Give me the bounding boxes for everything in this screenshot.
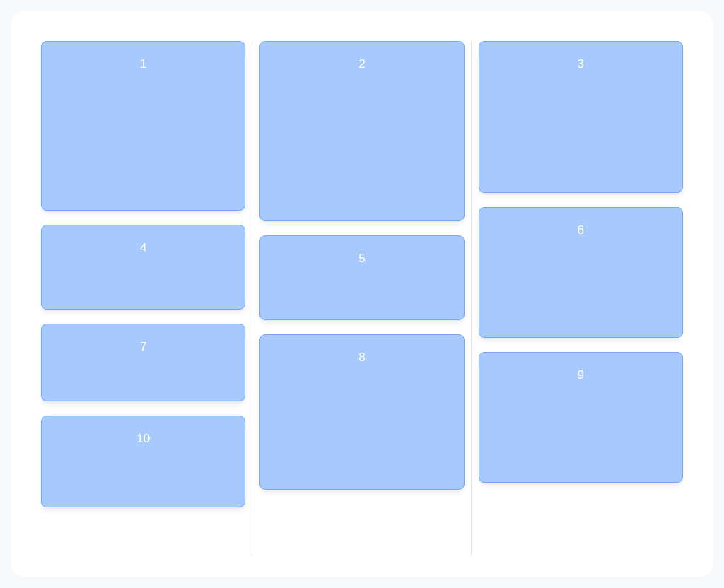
grid-column: 1 4 7 10 (41, 41, 245, 547)
grid-card[interactable]: 10 (41, 416, 245, 507)
grid-card[interactable]: 9 (479, 352, 683, 483)
grid-card[interactable]: 3 (479, 41, 683, 193)
masonry-grid: 1 4 7 10 2 5 8 3 6 9 (41, 41, 683, 547)
grid-card[interactable]: 6 (479, 207, 683, 338)
grid-card[interactable]: 1 (41, 41, 245, 211)
page-frame: 1 4 7 10 2 5 8 3 6 9 (0, 0, 724, 588)
grid-card[interactable]: 5 (259, 235, 464, 320)
grid-card[interactable]: 2 (259, 41, 464, 221)
grid-card[interactable]: 7 (41, 324, 245, 401)
grid-column: 2 5 8 (259, 41, 464, 547)
grid-card[interactable]: 4 (41, 225, 245, 310)
grid-card[interactable]: 8 (259, 334, 464, 490)
content-panel: 1 4 7 10 2 5 8 3 6 9 (11, 11, 713, 577)
grid-column: 3 6 9 (479, 41, 683, 547)
